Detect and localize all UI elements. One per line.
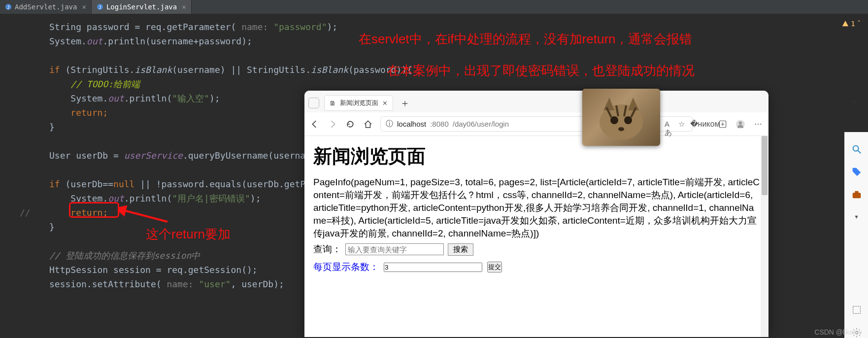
reader-icon[interactable]: Aあ xyxy=(665,120,673,129)
page-icon: 🗎 xyxy=(330,100,336,107)
forward-button[interactable] xyxy=(327,119,338,130)
tab-label: AddServlet.java xyxy=(15,3,77,11)
star-icon[interactable]: ☆ xyxy=(678,120,687,129)
watermark: CSDN @likeley xyxy=(814,328,862,336)
page-body-text: PageInfo(pageNum=1, pageSize=3, total=6,… xyxy=(313,176,760,240)
search-label: 查询： xyxy=(313,243,341,256)
annotation-text: 这个return要加 xyxy=(146,226,231,243)
java-file-icon: J xyxy=(5,3,12,10)
window-controls: — ☐ ✕ xyxy=(797,92,865,110)
svg-point-11 xyxy=(618,127,624,131)
scrollbar[interactable] xyxy=(761,136,768,337)
search-icon[interactable] xyxy=(851,144,862,155)
svg-point-9 xyxy=(610,116,618,124)
tab-loginservlet[interactable]: J LoginServlet.java × xyxy=(92,0,192,14)
perpage-row: 每页显示条数： 提交 xyxy=(313,261,760,273)
browser-tab[interactable]: 🗎 新闻浏览页面 ✕ xyxy=(324,95,393,111)
profile-icon[interactable] xyxy=(735,119,746,130)
java-file-icon: J xyxy=(97,3,103,10)
chevron-down-icon[interactable]: ▾ xyxy=(854,212,859,221)
back-button[interactable] xyxy=(309,119,320,130)
tab-actions-icon[interactable] xyxy=(308,98,319,108)
gutter-comment-mark: // xyxy=(20,205,31,220)
address-actions: Aあ ☆ xyxy=(665,120,687,129)
scrollbar-thumb[interactable] xyxy=(762,136,768,195)
toolbox-icon[interactable] xyxy=(851,189,862,200)
svg-text:J: J xyxy=(7,5,9,10)
tag-icon[interactable] xyxy=(851,167,862,177)
close-button[interactable]: ✕ xyxy=(842,92,865,110)
svg-text:J: J xyxy=(99,5,101,10)
svg-rect-14 xyxy=(852,193,861,198)
submit-button[interactable]: 提交 xyxy=(487,262,502,272)
menu-icon[interactable]: ⋯ xyxy=(753,119,764,130)
browser-tabstrip: 🗎 新闻浏览页面 ✕ ＋ xyxy=(304,91,768,112)
page-title: 新闻浏览页面 xyxy=(313,144,760,169)
minimize-button[interactable]: — xyxy=(797,92,820,110)
site-info-icon[interactable]: ⓘ xyxy=(386,119,393,129)
browser-window: 🗎 新闻浏览页面 ✕ ＋ ⓘ localhost:8080/day06/user… xyxy=(304,91,768,337)
url-host: localhost xyxy=(397,120,426,128)
search-input[interactable] xyxy=(345,243,444,255)
cat-image xyxy=(582,89,660,146)
svg-point-7 xyxy=(739,121,742,124)
favorites-icon[interactable]: �ником xyxy=(700,119,710,130)
svg-rect-16 xyxy=(853,306,860,314)
annotation-text: 在servlet中，在if中处理的流程，没有加return，通常会报错 xyxy=(359,31,693,48)
browser-tab-title: 新闻浏览页面 xyxy=(340,99,378,107)
new-tab-button[interactable]: ＋ xyxy=(396,97,414,110)
browser-viewport[interactable]: 新闻浏览页面 PageInfo(pageNum=1, pageSize=3, t… xyxy=(304,136,768,337)
annotation-text: 在本案例中，出现了即使密码错误，也登陆成功的情况 xyxy=(387,62,695,79)
perpage-label: 每页显示条数： xyxy=(313,261,379,273)
home-button[interactable] xyxy=(363,119,373,130)
svg-point-10 xyxy=(624,116,632,124)
browser-toolbar: ⓘ localhost:8080/day06/user/login Aあ ☆ �… xyxy=(304,112,768,136)
tab-label: LoginServlet.java xyxy=(106,3,177,11)
maximize-button[interactable]: ☐ xyxy=(820,92,842,110)
editor-tabs: J AddServlet.java × J LoginServlet.java … xyxy=(0,0,868,14)
svg-line-13 xyxy=(858,151,861,154)
tab-addservlet[interactable]: J AddServlet.java × xyxy=(0,0,92,14)
edge-sidebar: ▾ xyxy=(844,132,868,338)
search-button[interactable]: 搜索 xyxy=(448,243,473,256)
perpage-input[interactable] xyxy=(384,263,482,272)
svg-point-12 xyxy=(853,146,858,151)
search-row: 查询： 搜索 xyxy=(313,243,760,256)
collections-icon[interactable] xyxy=(717,119,728,130)
url-port: :8080 xyxy=(430,120,449,128)
svg-rect-15 xyxy=(855,191,858,194)
screenshot-icon[interactable] xyxy=(851,304,862,315)
close-icon[interactable]: ✕ xyxy=(382,100,388,107)
close-icon[interactable]: × xyxy=(182,3,186,11)
url-path: /day06/user/login xyxy=(453,120,509,128)
refresh-button[interactable] xyxy=(345,119,356,130)
close-icon[interactable]: × xyxy=(82,3,86,11)
